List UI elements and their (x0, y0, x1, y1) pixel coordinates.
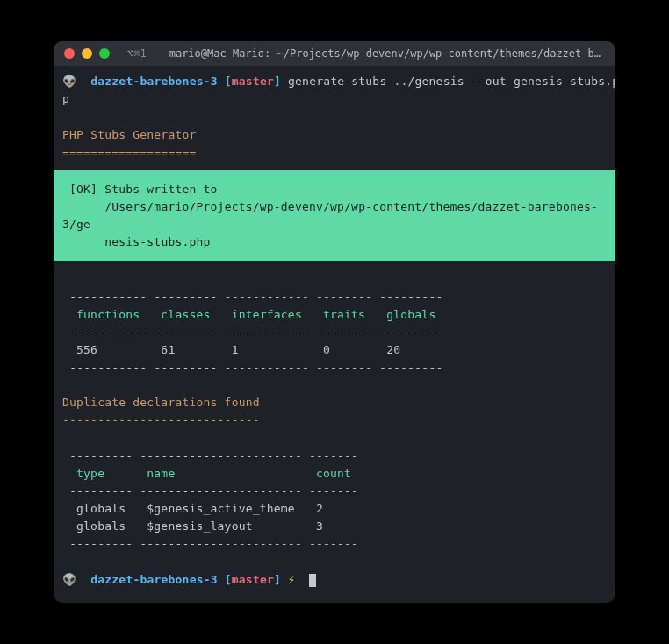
section-underline: =================== (54, 144, 615, 161)
prompt-icon: 👽 (62, 75, 76, 88)
section-title: PHP Stubs Generator (54, 126, 615, 144)
prompt-dir: dazzet-barebones-3 (90, 573, 217, 586)
table-row: globals $genesis_layout 3 (54, 518, 615, 535)
blank-line (54, 270, 615, 288)
branch-bracket-close: ] (274, 573, 281, 586)
table-border: --------- ----------------------- ------… (54, 483, 615, 500)
blank-line (54, 554, 615, 571)
window-title: mario@Mac-Mario: ~/Projects/wp-devenv/wp… (169, 47, 605, 60)
branch-bracket-open: [ (225, 573, 232, 586)
traffic-lights (64, 48, 110, 59)
blank-line (54, 376, 615, 394)
branch-name: master (232, 573, 274, 586)
table-border: ----------- --------- ------------ -----… (54, 359, 615, 376)
section-title: Duplicate declarations found (54, 394, 615, 411)
ok-line-1: [OK] Stubs written to (62, 182, 218, 196)
section-underline: ---------------------------- (54, 411, 615, 429)
prompt-line: 👽 dazzet-barebones-3 [master] ⚡ (54, 571, 615, 589)
ok-message-box: [OK] Stubs written to /Users/mario/Proje… (54, 170, 615, 262)
table-border: --------- ----------------------- ------… (54, 535, 615, 553)
table-header: type name count (54, 465, 615, 483)
branch-bracket-open: [ (225, 75, 232, 88)
prompt-icon: 👽 (62, 573, 76, 586)
table-row: globals $genesis_active_theme 2 (54, 500, 615, 518)
table-border: ----------- --------- ------------ -----… (54, 289, 615, 306)
minimize-icon[interactable] (82, 48, 92, 59)
ok-line-3: nesis-stubs.php (62, 235, 211, 248)
branch-name: master (232, 75, 274, 88)
table-border: --------- ----------------------- ------… (54, 447, 615, 465)
table-row: 556 61 1 0 20 (54, 341, 615, 359)
terminal-body[interactable]: 👽 dazzet-barebones-3 [master] generate-s… (54, 66, 615, 603)
terminal-window: ⌥⌘1 mario@Mac-Mario: ~/Projects/wp-deven… (54, 41, 615, 603)
lightning-icon: ⚡ (288, 573, 295, 586)
ok-line-2: /Users/mario/Projects/wp-devenv/wp/wp-co… (62, 200, 598, 231)
table-border: ----------- --------- ------------ -----… (54, 324, 615, 341)
prompt-line: 👽 dazzet-barebones-3 [master] generate-s… (54, 73, 615, 90)
blank-line (54, 108, 615, 125)
title-bar: ⌥⌘1 mario@Mac-Mario: ~/Projects/wp-deven… (54, 41, 615, 66)
close-icon[interactable] (64, 48, 75, 59)
command-text: generate-stubs ../genesis --out genesis-… (288, 75, 615, 88)
command-wrap: p (54, 90, 615, 108)
blank-line (54, 430, 615, 447)
branch-bracket-close: ] (274, 75, 281, 88)
cursor[interactable] (309, 574, 316, 587)
window-shortcut: ⌥⌘1 (127, 47, 147, 60)
table-header: functions classes interfaces traits glob… (54, 306, 615, 324)
prompt-dir: dazzet-barebones-3 (90, 75, 217, 88)
maximize-icon[interactable] (99, 48, 110, 59)
